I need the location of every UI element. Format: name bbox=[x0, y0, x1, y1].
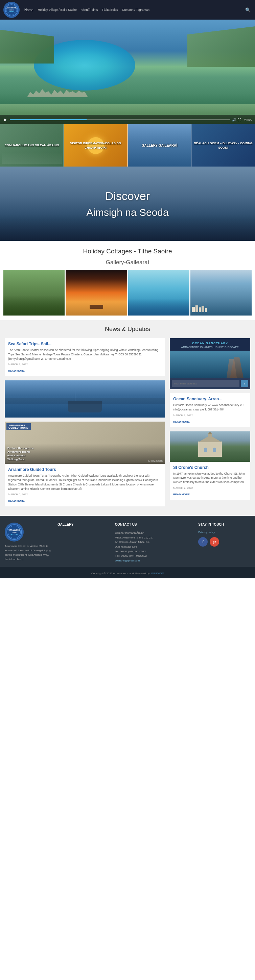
tile-blueway[interactable]: BÉALACH GORM – BLUEWAY - COMING SOON! bbox=[191, 124, 255, 167]
news-left-col: Sea Safari Trips. Sail... The Aran Saorl… bbox=[5, 338, 165, 511]
main-nav: Home Holiday Village / Baile Saoire Áitn… bbox=[22, 7, 241, 13]
site-footer: ARRANMORE ISLAND Arranmore Island, or Ár… bbox=[0, 516, 255, 567]
holiday-title: Holiday Cottages - Tithe Saoire bbox=[3, 248, 252, 255]
tile-gallery[interactable]: GALLERY-GAILEARAÍ bbox=[128, 124, 192, 167]
news-charters-thumb[interactable] bbox=[5, 380, 165, 418]
news-item-body-ocean: Contact: Ocean Sanctuary W: www.oceansan… bbox=[173, 403, 247, 412]
fullscreen-icon[interactable]: ⛶ bbox=[238, 118, 241, 122]
gallery-img-1[interactable] bbox=[3, 270, 65, 315]
nav-cumann[interactable]: Cumann / Tograman bbox=[120, 7, 151, 13]
vimeo-logo: vimeo bbox=[244, 118, 252, 121]
footer-contact-title: CONTACT US bbox=[115, 523, 193, 528]
discover-section: Discover Aimsigh na Seoda bbox=[0, 167, 255, 241]
church-image[interactable] bbox=[170, 431, 250, 462]
footer-description: Arranmore Island, or Árainn Mhór, is loc… bbox=[5, 544, 52, 562]
email-submit-button[interactable]: › bbox=[241, 380, 248, 387]
news-section: News & Updates Sea Safari Trips. Sail...… bbox=[0, 320, 255, 516]
email-input-area: › bbox=[170, 378, 250, 389]
tile-label-2: VISITOR INFORMATION/EOLAS DO CHUAIRTEOIR… bbox=[64, 124, 128, 167]
footer-touch-col: STAY IN TOUCH Privacy policy f g+ bbox=[198, 523, 250, 547]
news-read-more-ocean[interactable]: READ MORE bbox=[173, 420, 190, 423]
news-date-ocean: MARCH 8, 2022 bbox=[173, 414, 247, 417]
news-item-body-guided: Arranmore Guided Tours Turas Treoraithe … bbox=[8, 474, 162, 491]
news-item-guided: ARRANMORE GUIDED TOURS Explore the majes… bbox=[5, 422, 165, 506]
news-item-ocean-article: Ocean Sanctuary. Arran... Contact: Ocean… bbox=[170, 393, 250, 427]
discover-heading1: Discover bbox=[105, 189, 150, 203]
ocean-sanctuary-box: OCEAN SANCTUARY ARRANMORE ISLAND'S HOLIS… bbox=[170, 338, 250, 389]
site-header: ARRANMORE ISLAND Home Holiday Village / … bbox=[0, 0, 255, 20]
progress-bar[interactable] bbox=[10, 119, 230, 120]
news-item-title-church: St Crone's Church bbox=[173, 465, 247, 470]
hero-section: ▶ 🔊 ⛶ vimeo bbox=[0, 20, 255, 124]
svg-text:ISLAND: ISLAND bbox=[12, 532, 17, 533]
nav-holiday[interactable]: Holiday Village / Baile Saoire bbox=[36, 7, 78, 13]
footer-contact-line-3: An Chloich, Árainn Mhór, Co. bbox=[115, 540, 193, 544]
news-date-guided: MARCH 6, 2022 bbox=[8, 493, 162, 496]
news-date-sea-safari: MARCH 8, 2022 bbox=[8, 363, 162, 366]
footer-logo: ARRANMORE ISLAND bbox=[5, 523, 24, 541]
gallery-title: Gallery-Gailearaí bbox=[3, 259, 252, 266]
video-controls: ▶ 🔊 ⛶ vimeo bbox=[0, 115, 255, 124]
footer-gallery-title: GALLERY bbox=[57, 523, 110, 528]
svg-text:ARRANMORE: ARRANMORE bbox=[9, 529, 20, 531]
news-title: News & Updates bbox=[5, 326, 250, 333]
gallery-img-2[interactable] bbox=[65, 270, 127, 315]
search-icon[interactable]: 🔍 bbox=[244, 6, 252, 14]
news-date-church: MARCH 7, 2022 bbox=[173, 487, 247, 490]
news-item-sea-safari: Sea Safari Trips. Sail... The Aran Saorl… bbox=[5, 338, 165, 376]
news-read-more-guided[interactable]: READ MORE bbox=[8, 499, 25, 502]
tile-label-3: GALLERY-GAILEARAÍ bbox=[128, 124, 191, 167]
footer-copyright: Copyright © 2022 Arranmore Island. Power… bbox=[91, 572, 150, 575]
news-item-title-ocean: Ocean Sanctuary. Arran... bbox=[173, 396, 247, 401]
footer-contact-line-6: Fax: 00353 (074) 9520532 bbox=[115, 554, 193, 558]
progress-fill bbox=[10, 119, 87, 120]
facebook-button[interactable]: f bbox=[198, 537, 208, 547]
gallery-img-4[interactable] bbox=[190, 270, 252, 315]
nav-home[interactable]: Home bbox=[22, 7, 35, 13]
news-item-body-church: In 1977, an extension was added to the C… bbox=[173, 472, 247, 484]
footer-touch-title: STAY IN TOUCH bbox=[198, 523, 250, 528]
footer-privacy-link[interactable]: Privacy policy bbox=[198, 531, 250, 534]
gallery-img-3[interactable] bbox=[128, 270, 190, 315]
news-item-body-sea-safari: The Aran Saorle Charter Vessel can be ch… bbox=[8, 348, 162, 361]
volume-icon[interactable]: 🔊 bbox=[232, 118, 236, 122]
email-input[interactable] bbox=[172, 380, 239, 387]
tiles-section: COMHARCHUMANN OILEÁN ÁRAINN VISITOR INFO… bbox=[0, 124, 255, 167]
ocean-sanctuary-subtitle: ARRANMORE ISLAND'S HOLISTIC ESCAPE bbox=[173, 345, 247, 348]
google-plus-button[interactable]: g+ bbox=[210, 537, 219, 547]
news-item-title-guided: Arranmore Guided Tours bbox=[8, 467, 162, 472]
gallery-section: Gallery-Gailearaí bbox=[0, 257, 255, 320]
svg-text:ISLAND: ISLAND bbox=[9, 10, 14, 11]
tile-label-4: BÉALACH GORM – BLUEWAY - COMING SOON! bbox=[191, 124, 255, 167]
play-button[interactable]: ▶ bbox=[3, 117, 8, 122]
footer-contact-line-4: Dún na nGall, Eire bbox=[115, 544, 193, 549]
footer-contact-email[interactable]: coarann@gmail.com bbox=[115, 558, 193, 563]
gallery-strip bbox=[3, 270, 252, 315]
nav-failte[interactable]: Fáilte/Eolas bbox=[100, 7, 120, 13]
nav-points[interactable]: Áitnní/Points bbox=[79, 7, 100, 13]
tile-label-1: COMHARCHUMANN OILEÁN ÁRAINN bbox=[0, 124, 64, 167]
svg-text:ARRANMORE: ARRANMORE bbox=[6, 7, 17, 9]
news-read-more-church[interactable]: READ MORE bbox=[173, 493, 190, 496]
footer-grid: ARRANMORE ISLAND Arranmore Island, or Ár… bbox=[5, 523, 250, 563]
footer-contact-col: CONTACT US Comharchumann Árainn Mhór, Ar… bbox=[115, 523, 193, 563]
header-logo[interactable]: ARRANMORE ISLAND bbox=[3, 2, 20, 18]
news-right-col: OCEAN SANCTUARY ARRANMORE ISLAND'S HOLIS… bbox=[170, 338, 250, 500]
footer-gallery-col: GALLERY bbox=[57, 523, 110, 531]
holiday-section: Holiday Cottages - Tithe Saoire bbox=[0, 241, 255, 257]
footer-contact-line-1: Comharchumann Árainn bbox=[115, 531, 193, 535]
footer-social: f g+ bbox=[198, 537, 250, 547]
footer-bottom: Copyright © 2022 Arranmore Island. Power… bbox=[0, 567, 255, 578]
tile-comharchumann[interactable]: COMHARCHUMANN OILEÁN ÁRAINN bbox=[0, 124, 64, 167]
news-item-title-sea-safari: Sea Safari Trips. Sail... bbox=[8, 342, 162, 346]
tile-visitor[interactable]: VISITOR INFORMATION/EOLAS DO CHUAIRTEOIR… bbox=[64, 124, 128, 167]
news-grid: Sea Safari Trips. Sail... The Aran Saorl… bbox=[5, 338, 250, 511]
guided-tours-banner[interactable]: ARRANMORE GUIDED TOURS Explore the majes… bbox=[5, 422, 165, 464]
footer-contact-line-2: Mhór, Arranmore Island Co, Co. bbox=[115, 535, 193, 540]
news-read-more-sea-safari[interactable]: READ MORE bbox=[8, 369, 25, 372]
footer-logo-col: ARRANMORE ISLAND Arranmore Island, or Ár… bbox=[5, 523, 52, 562]
news-item-church: St Crone's Church In 1977, an extension … bbox=[170, 431, 250, 500]
ocean-sanctuary-top-label: OCEAN SANCTUARY bbox=[173, 342, 247, 345]
hero-background bbox=[0, 20, 255, 124]
webvow-link[interactable]: WEBVOW bbox=[151, 572, 164, 575]
